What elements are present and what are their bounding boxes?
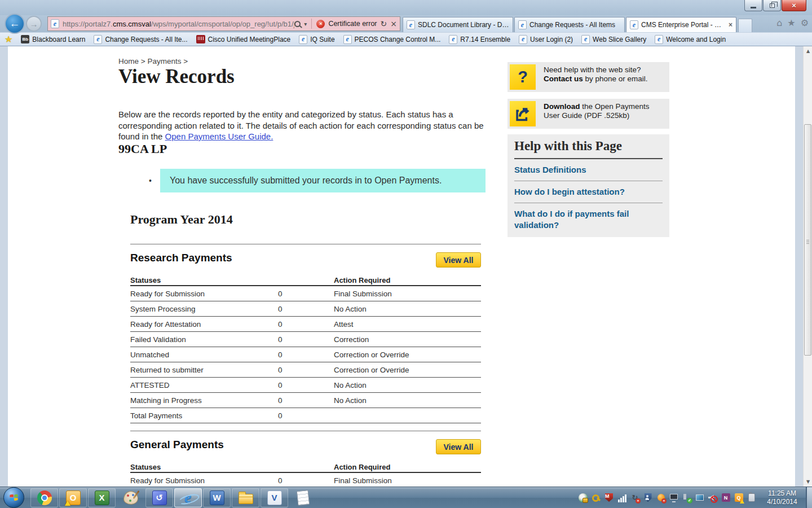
visio-icon: V	[267, 491, 282, 505]
new-tab-button[interactable]	[738, 19, 752, 32]
taskbar-paint-button[interactable]	[117, 488, 144, 507]
favorite-item-user-login[interactable]: eUser Login (2)	[519, 35, 573, 44]
column-action-required: Action Required	[334, 276, 481, 284]
system-tray: M ↻× × ✓ N Q	[579, 493, 762, 502]
minimize-button[interactable]	[744, 0, 762, 11]
taskbar-outlook-button[interactable]: O	[59, 488, 87, 507]
password-key-icon[interactable]	[592, 493, 601, 502]
tab-label: CMS Enterprise Portal - Reg...	[641, 21, 726, 29]
section-general-payments: General Payments View All Statuses Actio…	[130, 431, 481, 487]
download-arrow-icon	[510, 101, 536, 126]
bullet: •	[149, 176, 160, 185]
taskbar-excel-button[interactable]: X	[88, 488, 116, 507]
vertical-scrollbar[interactable]: ▲ ▼	[803, 46, 812, 487]
taskbar-word-button[interactable]: W	[203, 488, 231, 507]
taskbar-explorer-button[interactable]	[232, 488, 259, 507]
mcafee-shield-icon[interactable]: M	[604, 493, 614, 502]
contact-help-box[interactable]: ? Need help with the web site? Contact u…	[508, 62, 669, 92]
link-begin-attestation[interactable]: How do I begin attestation?	[514, 181, 663, 203]
start-button[interactable]	[3, 487, 24, 508]
clipboard-icon[interactable]	[747, 493, 756, 502]
browser-viewport: Home > Payments > View Records Below are…	[0, 46, 812, 487]
address-bar[interactable]: e https://portalz7.cms.cmsval/wps/myport…	[47, 16, 400, 31]
search-icon[interactable]	[294, 21, 301, 27]
certificate-error-label[interactable]: Certificate error	[328, 20, 377, 28]
scrollbar-thumb[interactable]	[804, 124, 811, 356]
favorite-item-cisco-meetingplace[interactable]: Cisco Unified MeetingPlace	[196, 35, 291, 43]
favorite-item-web-slice[interactable]: eWeb Slice Gallery	[581, 35, 646, 44]
user-guide-link[interactable]: Open Payments User Guide.	[165, 132, 273, 141]
url-text: https://portalz7.cms.cmsval/wps/myportal…	[63, 20, 294, 28]
notepad-icon	[297, 489, 310, 505]
taskbar-internet-explorer-button[interactable]: e	[174, 488, 202, 507]
favorites-star-icon[interactable]: ★	[5, 34, 12, 45]
view-all-button-research[interactable]: View All	[436, 252, 481, 268]
table-header: Statuses Action Required	[130, 462, 481, 473]
favorite-item-welcome-login[interactable]: eWelcome and Login	[655, 35, 726, 44]
certificate-error-icon[interactable]: ×	[316, 20, 325, 28]
favorite-item-pecos[interactable]: ePECOS Change Control M...	[343, 35, 441, 44]
tray-clock[interactable]: 11:25 AM 4/10/2014	[762, 489, 802, 506]
link-status-definitions[interactable]: Status Definitions	[514, 159, 663, 181]
tab-change-requests[interactable]: e Change Requests - All Items	[514, 17, 625, 32]
home-icon[interactable]: ⌂	[776, 17, 782, 28]
user-shield-icon[interactable]	[643, 493, 652, 502]
back-button[interactable]: ←	[5, 14, 25, 34]
quest-warning-icon[interactable]: Q	[734, 493, 743, 502]
show-desktop-button[interactable]	[806, 487, 812, 508]
table-row: Returned to submitter0Correction or Over…	[130, 362, 481, 378]
minimize-icon	[751, 7, 756, 8]
favorite-item-ensemble[interactable]: eR7.14 Ensemble	[449, 35, 510, 44]
clock-date: 4/10/2014	[762, 498, 802, 506]
table-row: System Processing0No Action	[130, 301, 481, 317]
ie-favicon: e	[630, 20, 638, 29]
help-with-page-panel: Help with this Page Status Definitions H…	[508, 134, 669, 237]
taskbar-lync-button[interactable]: ↺	[145, 488, 173, 507]
taskbar-visio-button[interactable]: V	[261, 488, 288, 507]
agent-error-icon[interactable]: ×	[656, 493, 665, 502]
table-row: Unmatched0Correction or Override	[130, 347, 481, 362]
sync-error-icon[interactable]: ↻×	[630, 493, 639, 502]
forward-button[interactable]: →	[26, 16, 42, 32]
volume-muted-icon[interactable]	[708, 493, 717, 502]
signal-strength-icon[interactable]	[617, 493, 626, 502]
view-all-button-general[interactable]: View All	[436, 439, 481, 454]
desktop-screen: × ← → e https://portalz7.cms.cmsval/wps/…	[0, 0, 812, 508]
breadcrumb[interactable]: Home > Payments >	[118, 57, 188, 65]
scroll-down-icon[interactable]: ▼	[804, 477, 812, 487]
chrome-icon	[37, 491, 52, 505]
encrypted-disc-icon[interactable]	[579, 493, 588, 502]
refresh-icon[interactable]: ↻	[381, 19, 387, 28]
tab-close-icon[interactable]: ×	[729, 21, 732, 29]
taskbar-notepad-button[interactable]	[289, 488, 317, 507]
favorite-item-iq-suite[interactable]: eIQ Suite	[299, 35, 334, 44]
scroll-up-icon[interactable]: ▲	[804, 46, 812, 56]
restore-icon	[770, 3, 775, 8]
tab-cms-enterprise-portal[interactable]: e CMS Enterprise Portal - Reg... ×	[626, 17, 736, 32]
remote-display-icon[interactable]	[695, 493, 704, 502]
favorites-icon[interactable]: ★	[787, 17, 795, 28]
forward-arrow-icon: →	[30, 19, 38, 29]
usb-safe-remove-icon[interactable]: ✓	[682, 493, 691, 502]
close-button[interactable]: ×	[782, 0, 806, 11]
section-title: Research Payments	[130, 252, 481, 264]
stop-icon[interactable]: ×	[390, 19, 397, 28]
internet-explorer-icon: e	[179, 490, 198, 506]
table-header: Statuses Action Required	[130, 275, 481, 286]
table-row: Ready for Submission0Final Submission	[130, 473, 481, 487]
display-settings-icon[interactable]	[669, 493, 678, 502]
address-dropdown-icon[interactable]: ▾	[304, 21, 307, 27]
onenote-tray-icon[interactable]: N	[721, 493, 730, 502]
gear-icon[interactable]: ⚙	[801, 17, 809, 28]
favorite-item-change-requests[interactable]: eChange Requests - All Ite...	[94, 35, 187, 44]
table-row: Matching in Progress0No Action	[130, 393, 481, 408]
program-year-heading: Program Year 2014	[130, 212, 233, 227]
link-payments-fail-validation[interactable]: What do I do if payments fail validation…	[514, 203, 663, 236]
restore-button[interactable]	[763, 0, 781, 11]
taskbar-chrome-button[interactable]	[30, 488, 58, 507]
tab-sdlc-library[interactable]: e SDLC Document Library - Doc...	[403, 17, 513, 32]
ie-favicon: e	[655, 35, 663, 44]
favorite-item-blackboard[interactable]: BbBlackboard Learn	[21, 35, 85, 43]
download-guide-box[interactable]: Download the Open Payments User Guide (P…	[508, 99, 669, 129]
section-title: General Payments	[130, 439, 481, 451]
